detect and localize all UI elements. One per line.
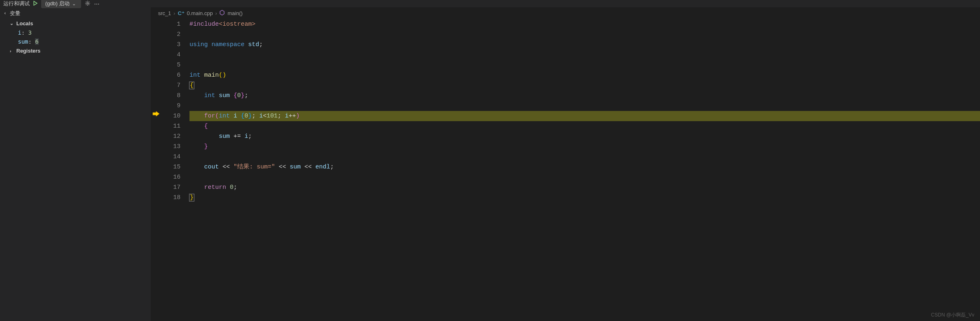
code-line[interactable]: sum += i; [189,131,980,142]
code-line[interactable]: using namespace std; [189,40,980,50]
code-content[interactable]: #include<iostream>using namespace std;in… [189,19,980,321]
variables-section[interactable]: ⌄ 变量 [0,8,151,19]
code-line[interactable] [189,50,980,60]
locals-section[interactable]: ⌄ Locals [0,19,151,28]
registers-section[interactable]: › Registers [0,46,151,55]
code-line[interactable]: return 0; [189,182,980,193]
svg-point-0 [87,2,88,4]
code-line[interactable]: } [189,142,980,152]
code-line[interactable] [189,29,980,40]
chevron-down-icon: ⌄ [10,21,15,26]
watermark: CSDN @小啊磊_Vv [931,312,974,319]
code-line[interactable]: int main() [189,70,980,80]
code-line[interactable] [189,152,980,162]
gear-icon[interactable] [84,0,91,8]
symbol-icon [219,10,225,17]
code-line[interactable]: for(int i {0}; i<101; i++) [189,111,980,121]
debug-config-dropdown[interactable]: (gdb) 启动 ⌄ [41,0,81,8]
breadcrumb[interactable]: src_1 › C⁺ 0.main.cpp › main() [151,7,980,19]
debug-sidebar: ⌄ 变量 ⌄ Locals i: 3sum: 6 › Registers [0,0,151,321]
code-line[interactable] [189,60,980,70]
editor-area: src_1 › C⁺ 0.main.cpp › main() 123456789… [151,0,980,321]
chevron-right-icon: › [10,49,15,53]
chevron-down-icon: ⌄ [72,1,77,7]
code-line[interactable]: { [189,121,980,131]
code-line[interactable]: int sum {0}; [189,91,980,101]
code-line[interactable]: #include<iostream> [189,19,980,29]
code-line[interactable]: { [189,80,980,91]
variable-item[interactable]: sum: 6 [0,37,151,46]
code-line[interactable]: } [189,193,980,203]
chevron-right-icon: › [215,10,217,16]
variable-item[interactable]: i: 3 [0,28,151,37]
more-icon[interactable]: ⋯ [94,1,99,7]
code-line[interactable] [189,172,980,182]
play-icon[interactable] [33,1,38,7]
line-numbers: 123456789101112131415161718 [173,19,189,321]
run-debug-label: 运行和调试 [3,0,30,7]
cpp-icon: C⁺ [178,10,184,16]
chevron-down-icon: ⌄ [3,11,9,16]
code-line[interactable]: cout << "结果: sum=" << sum << endl; [189,162,980,172]
execution-pointer-icon [152,111,160,117]
chevron-right-icon: › [174,10,175,16]
code-line[interactable] [189,101,980,111]
